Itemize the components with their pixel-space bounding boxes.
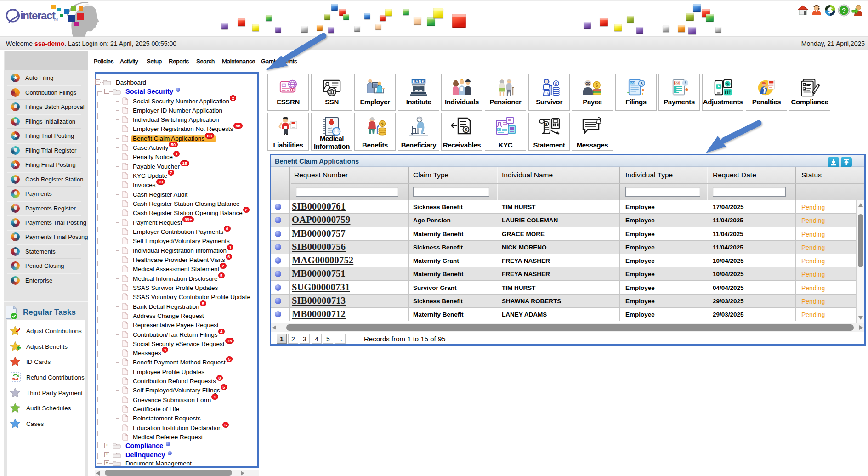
svg-text:$: $: [726, 81, 729, 86]
svg-text:TAX: TAX: [675, 81, 680, 84]
svg-text:$: $: [596, 82, 598, 88]
svg-text:BANK: BANK: [412, 79, 425, 84]
svg-text:$: $: [465, 127, 467, 132]
svg-text:$: $: [381, 122, 383, 126]
svg-text:$: $: [555, 81, 557, 86]
svg-text:interact: interact: [20, 9, 56, 22]
svg-text:TM: TM: [53, 18, 58, 21]
svg-text:TAX: TAX: [630, 81, 635, 84]
svg-text:?: ?: [842, 6, 846, 14]
svg-text:$: $: [545, 122, 548, 126]
